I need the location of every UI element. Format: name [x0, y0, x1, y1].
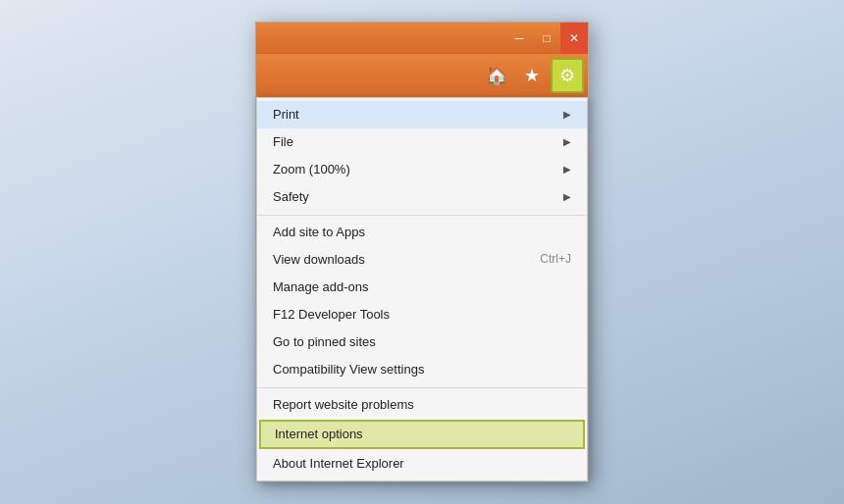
dropdown-menu: Print ▶ File ▶ Zoom (100%) ▶ Safety ▶	[256, 97, 588, 481]
title-bar: ─ □ ✕	[256, 23, 588, 54]
submenu-arrow-print: ▶	[563, 108, 571, 122]
maximize-icon: □	[543, 31, 550, 45]
menu-item-compat-view[interactable]: Compatibility View settings	[257, 356, 587, 383]
home-icon: 🏠	[486, 65, 507, 86]
close-icon: ✕	[569, 31, 579, 45]
menu-item-file-label: File	[273, 133, 293, 151]
menu-item-view-downloads[interactable]: View downloads Ctrl+J	[257, 246, 587, 274]
menu-item-report-problems[interactable]: Report website problems	[257, 391, 587, 419]
menu-item-view-downloads-label: View downloads	[273, 251, 365, 269]
gear-icon: ⚙	[559, 65, 575, 86]
menu-item-zoom[interactable]: Zoom (100%) ▶	[257, 156, 587, 183]
menu-item-compat-view-label: Compatibility View settings	[273, 361, 424, 378]
favorites-button[interactable]: ★	[515, 58, 549, 93]
minimize-button[interactable]: ─	[505, 23, 533, 54]
screenshot-container: ─ □ ✕ 🏠 ★ ⚙	[0, 0, 844, 504]
maximize-button[interactable]: □	[533, 23, 560, 54]
menu-section-2: Add site to Apps View downloads Ctrl+J M…	[257, 216, 587, 388]
home-button[interactable]: 🏠	[480, 58, 513, 93]
menu-section-3: Report website problems Internet options…	[257, 388, 587, 481]
menu-item-add-site-label: Add site to Apps	[273, 224, 365, 241]
ie-window: ─ □ ✕ 🏠 ★ ⚙	[255, 22, 589, 482]
menu-item-pinned-sites-label: Go to pinned sites	[273, 333, 376, 351]
menu-item-file[interactable]: File ▶	[257, 128, 587, 156]
settings-button[interactable]: ⚙	[551, 58, 584, 93]
menu-item-manage-addons[interactable]: Manage add-ons	[257, 274, 587, 301]
minimize-icon: ─	[515, 31, 524, 45]
menu-item-about-ie-label: About Internet Explorer	[273, 455, 404, 473]
menu-section-1: Print ▶ File ▶ Zoom (100%) ▶ Safety ▶	[257, 98, 587, 216]
menu-item-internet-options-label: Internet options	[275, 426, 363, 443]
menu-item-print[interactable]: Print ▶	[257, 101, 587, 128]
menu-item-about-ie[interactable]: About Internet Explorer	[257, 450, 587, 478]
menu-item-f12[interactable]: F12 Developer Tools	[257, 301, 587, 328]
menu-item-print-label: Print	[273, 106, 299, 124]
menu-item-f12-label: F12 Developer Tools	[273, 306, 390, 324]
close-button[interactable]: ✕	[560, 23, 588, 54]
submenu-arrow-zoom: ▶	[563, 163, 571, 176]
menu-item-safety[interactable]: Safety ▶	[257, 183, 587, 211]
title-bar-controls: ─ □ ✕	[505, 23, 588, 54]
menu-item-add-site[interactable]: Add site to Apps	[257, 219, 587, 246]
menu-item-safety-label: Safety	[273, 188, 309, 206]
submenu-arrow-safety: ▶	[563, 190, 571, 204]
star-icon: ★	[524, 65, 540, 86]
menu-item-pinned-sites[interactable]: Go to pinned sites	[257, 328, 587, 356]
view-downloads-shortcut: Ctrl+J	[540, 251, 571, 268]
menu-item-zoom-label: Zoom (100%)	[273, 161, 350, 178]
toolbar: 🏠 ★ ⚙	[256, 54, 588, 97]
menu-item-internet-options[interactable]: Internet options	[259, 420, 585, 449]
submenu-arrow-file: ▶	[563, 135, 571, 149]
menu-item-report-problems-label: Report website problems	[273, 396, 414, 414]
menu-item-manage-addons-label: Manage add-ons	[273, 278, 369, 296]
